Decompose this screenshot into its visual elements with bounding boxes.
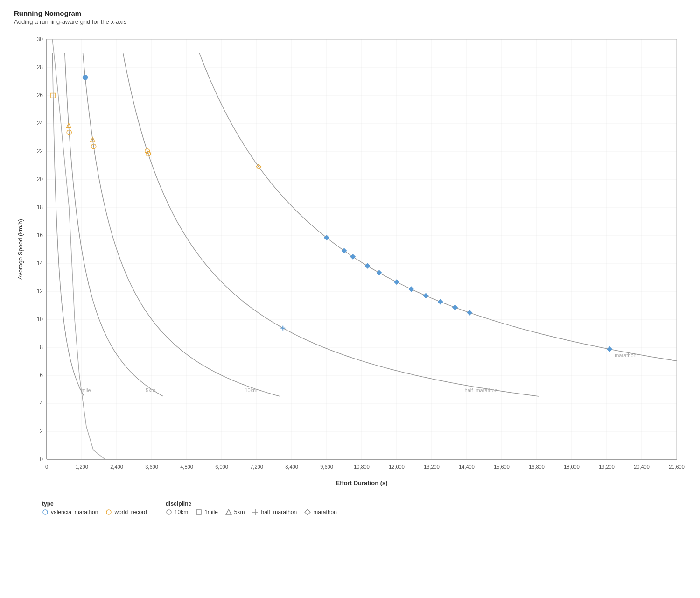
svg-text:9,600: 9,600: [320, 464, 333, 470]
svg-text:6: 6: [40, 372, 43, 379]
legend-discipline-title: discipline: [166, 500, 337, 507]
svg-point-98: [43, 510, 48, 514]
chart-title: Running Nomogram: [14, 9, 686, 17]
svg-text:13,200: 13,200: [424, 464, 440, 470]
svg-text:7,200: 7,200: [250, 464, 263, 470]
legend-type-group: type valencia_marathon world_record: [42, 500, 147, 515]
svg-text:12,000: 12,000: [389, 464, 405, 470]
svg-text:20: 20: [37, 176, 43, 183]
main-chart: 0 2 4 6 8 10 12 14 16 18 20 22 24 26 28 …: [14, 30, 686, 497]
svg-text:8,400: 8,400: [285, 464, 298, 470]
legend-discipline-group: discipline 10km 1mile: [166, 500, 337, 515]
svg-text:16,800: 16,800: [529, 464, 545, 470]
chart-subtitle: Adding a running-aware grid for the x-ax…: [14, 18, 686, 25]
legend-type-title: type: [42, 500, 147, 507]
svg-text:4: 4: [40, 400, 43, 407]
svg-text:21,600: 21,600: [669, 464, 685, 470]
svg-text:22: 22: [37, 148, 43, 155]
svg-text:14,400: 14,400: [459, 464, 475, 470]
svg-text:12: 12: [37, 288, 43, 295]
svg-text:24: 24: [37, 120, 43, 127]
svg-point-92: [83, 75, 88, 80]
half-marathon-icon: [252, 509, 259, 515]
1mile-icon: [196, 509, 202, 515]
legend-area: type valencia_marathon world_record: [14, 500, 686, 515]
svg-text:16: 16: [37, 232, 43, 239]
svg-text:2,400: 2,400: [110, 464, 123, 470]
legend-item-marathon-disc: marathon: [304, 509, 337, 515]
svg-text:3,600: 3,600: [145, 464, 158, 470]
svg-text:1,200: 1,200: [75, 464, 88, 470]
10km-icon: [166, 509, 172, 515]
legend-label-worldrecord: world_record: [114, 509, 147, 515]
legend-item-valencia: valencia_marathon: [42, 509, 98, 515]
x-axis-labels: 0 1,200 2,400 3,600 4,800 6,000 7,200 8,…: [45, 464, 685, 470]
svg-rect-101: [196, 510, 201, 514]
label-10km: 10km: [245, 387, 258, 393]
legend-label-10km: 10km: [175, 509, 188, 515]
svg-text:14: 14: [37, 260, 43, 267]
chart-area: 0 2 4 6 8 10 12 14 16 18 20 22 24 26 28 …: [14, 30, 686, 543]
legend-label-1mile: 1mile: [204, 509, 218, 515]
y-axis-title: Average Speed (km/h): [17, 219, 24, 280]
legend-item-half: half_marathon: [252, 509, 297, 515]
legend-discipline-items: 10km 1mile 5km: [166, 509, 337, 515]
svg-text:18: 18: [37, 204, 43, 211]
svg-text:28: 28: [37, 64, 43, 70]
legend-label-marathon-disc: marathon: [313, 509, 337, 515]
legend-item-worldrecord: world_record: [105, 509, 147, 515]
page-container: Running Nomogram Adding a running-aware …: [0, 0, 700, 598]
svg-text:0: 0: [45, 464, 48, 470]
legend-item-1mile: 1mile: [196, 509, 218, 515]
worldrecord-icon: [105, 509, 112, 515]
svg-marker-105: [305, 509, 310, 515]
svg-marker-102: [226, 509, 231, 515]
svg-text:0: 0: [40, 456, 43, 463]
svg-text:19,200: 19,200: [599, 464, 615, 470]
legend-item-10km: 10km: [166, 509, 188, 515]
svg-point-99: [106, 510, 111, 514]
y-axis-labels: 0 2 4 6 8 10 12 14 16 18 20 22 24 26 28 …: [37, 36, 43, 463]
svg-point-100: [167, 510, 171, 514]
marathon-icon: [304, 509, 311, 515]
legend-label-half: half_marathon: [261, 509, 297, 515]
svg-text:8: 8: [40, 344, 43, 351]
legend-item-5km: 5km: [225, 509, 245, 515]
svg-text:10,800: 10,800: [354, 464, 370, 470]
svg-text:30: 30: [37, 36, 43, 42]
svg-text:6,000: 6,000: [215, 464, 228, 470]
svg-text:4,800: 4,800: [180, 464, 193, 470]
valencia-icon: [42, 509, 49, 515]
svg-text:2: 2: [40, 428, 43, 435]
x-axis-title: Effort Duration (s): [336, 479, 387, 486]
label-5km: 5km: [146, 387, 155, 393]
svg-text:26: 26: [37, 92, 43, 98]
label-1mile: 1mile: [78, 387, 91, 393]
svg-text:15,600: 15,600: [494, 464, 510, 470]
legend-label-valencia: valencia_marathon: [51, 509, 98, 515]
5km-icon: [225, 509, 232, 515]
svg-text:20,400: 20,400: [634, 464, 650, 470]
label-marathon: marathon: [615, 352, 636, 358]
svg-text:18,000: 18,000: [564, 464, 580, 470]
legend-label-5km: 5km: [234, 509, 245, 515]
svg-text:10: 10: [37, 316, 43, 323]
legend-type-items: valencia_marathon world_record: [42, 509, 147, 515]
label-half: half_marathon: [465, 387, 497, 393]
